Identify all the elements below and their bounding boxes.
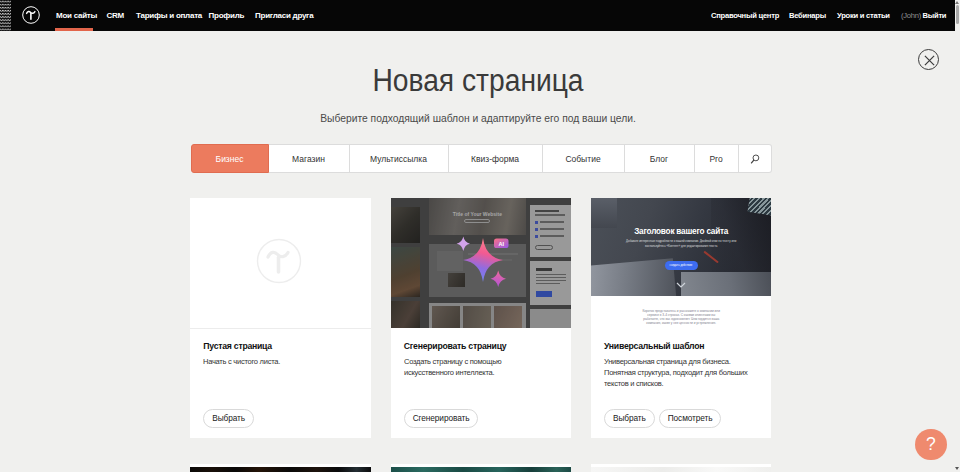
svg-text:AI: AI — [498, 241, 504, 247]
